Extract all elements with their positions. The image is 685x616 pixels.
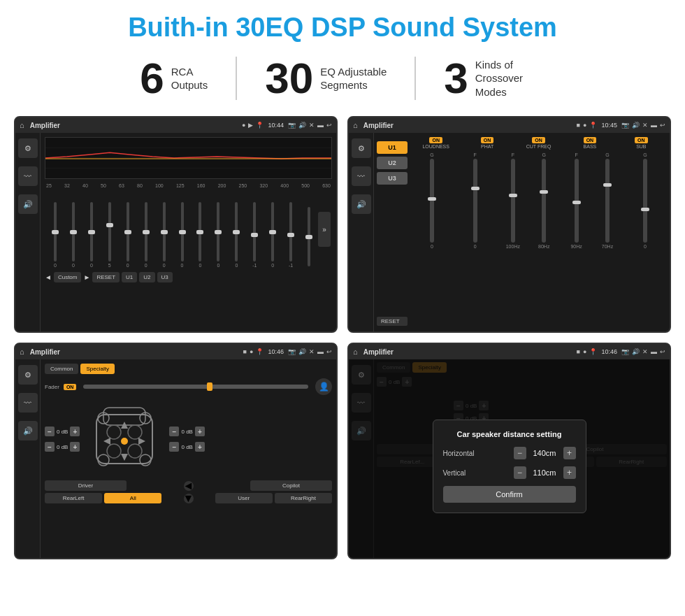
vertical-plus[interactable]: + <box>563 466 576 479</box>
next-btn[interactable]: ► <box>83 273 90 281</box>
svg-point-10 <box>107 425 121 439</box>
close-icon[interactable]: ✕ <box>309 122 315 129</box>
eq-slider-80[interactable]: 0 <box>137 202 155 268</box>
rl-plus[interactable]: + <box>70 442 80 452</box>
minimize-icon-4[interactable]: ▬ <box>651 348 657 355</box>
svg-point-12 <box>107 444 121 458</box>
eq-sidebar-btn3[interactable]: 🔊 <box>18 194 38 214</box>
close-icon-2[interactable]: ✕ <box>642 122 648 129</box>
rearright-btn[interactable]: RearRight <box>275 493 332 503</box>
u1-button[interactable]: U1 <box>377 141 408 154</box>
copilot-btn[interactable]: Copilot <box>250 480 332 491</box>
svg-marker-16 <box>121 454 128 461</box>
eq-slider-100[interactable]: 0 <box>155 202 173 268</box>
topbar-2: ⌂ Amplifier ■ ● 📍 10:45 📷 🔊 ✕ ▬ ↩ <box>349 117 670 133</box>
db-control-rl: − 0 dB + <box>45 442 80 452</box>
all-btn[interactable]: All <box>104 493 161 503</box>
svg-marker-17 <box>103 438 110 445</box>
rr-plus[interactable]: + <box>195 442 205 452</box>
eq-slider-320[interactable]: -1 <box>245 202 264 268</box>
horizontal-minus[interactable]: − <box>514 447 526 459</box>
eq-sidebar-btn2[interactable]: 〰 <box>18 166 38 186</box>
bass-on[interactable]: ON <box>584 137 597 143</box>
fr-minus[interactable]: − <box>169 427 179 436</box>
back-icon-3[interactable]: ↩ <box>326 348 332 355</box>
fader-sidebar-btn3[interactable]: 🔊 <box>18 421 38 440</box>
u3-btn[interactable]: U3 <box>157 272 173 282</box>
back-icon[interactable]: ↩ <box>326 122 332 129</box>
eq-slider-125[interactable]: 0 <box>173 202 192 268</box>
u1-btn[interactable]: U1 <box>122 272 137 282</box>
reset-btn[interactable]: RESET <box>92 272 120 282</box>
eq-slider-40[interactable]: 0 <box>82 202 101 268</box>
home-icon-3[interactable]: ⌂ <box>20 348 24 356</box>
prev-btn[interactable]: ◄ <box>45 273 52 281</box>
close-icon-4[interactable]: ✕ <box>642 348 648 355</box>
horizontal-value: 140cm <box>529 449 561 457</box>
sub-on[interactable]: ON <box>635 137 648 143</box>
horizontal-plus[interactable]: + <box>563 447 576 459</box>
rl-minus[interactable]: − <box>45 442 55 452</box>
u3-button[interactable]: U3 <box>377 172 408 185</box>
close-icon-3[interactable]: ✕ <box>309 348 315 355</box>
minimize-icon-2[interactable]: ▬ <box>651 122 657 129</box>
common-tab[interactable]: Common <box>45 364 78 374</box>
bass-label: BASS <box>584 144 597 149</box>
vertical-value: 110cm <box>529 468 561 477</box>
distance-dialog: Car speaker distance setting Horizontal … <box>433 420 586 513</box>
amp2-sidebar-btn3[interactable]: 🔊 <box>352 194 371 214</box>
record-icon-4: ■ <box>577 348 580 355</box>
u2-btn[interactable]: U2 <box>139 272 154 282</box>
eq-slider-630[interactable] <box>300 207 318 268</box>
driver-btn[interactable]: Driver <box>45 480 127 491</box>
eq-slider-160[interactable]: 0 <box>192 202 210 268</box>
topbar-time-3: 10:46 <box>268 348 284 355</box>
car-diagram <box>82 401 166 478</box>
eq-main: 2532405063 80100125160200 25032040050063… <box>41 133 336 331</box>
u2-button[interactable]: U2 <box>377 157 408 169</box>
loudness-on[interactable]: ON <box>429 137 442 143</box>
eq-sidebar-btn1[interactable]: ⚙ <box>18 138 38 158</box>
amp2-reset-btn[interactable]: RESET <box>377 317 408 326</box>
confirm-button[interactable]: Confirm <box>443 486 576 503</box>
eq-slider-250[interactable]: 0 <box>227 202 245 268</box>
specialty-tab[interactable]: Specialty <box>80 364 114 374</box>
vertical-control: − 110cm + <box>514 466 576 479</box>
fader-on-badge[interactable]: ON <box>64 384 77 390</box>
left-arrow-btn[interactable]: ◄ <box>184 481 194 491</box>
home-icon-4[interactable]: ⌂ <box>353 348 358 356</box>
topbar-time-2: 10:45 <box>601 122 617 129</box>
eq-slider-400[interactable]: 0 <box>264 202 282 268</box>
fr-plus[interactable]: + <box>195 427 205 436</box>
fader-knob[interactable]: 👤 <box>315 378 332 395</box>
fader-sidebar-btn1[interactable]: ⚙ <box>18 365 38 385</box>
eq-slider-25[interactable]: 0 <box>46 202 64 268</box>
fl-plus[interactable]: + <box>70 427 80 436</box>
vertical-minus[interactable]: − <box>514 466 526 479</box>
back-icon-4[interactable]: ↩ <box>660 348 665 355</box>
cutfreq-on[interactable]: ON <box>532 137 545 143</box>
minimize-icon-3[interactable]: ▬ <box>317 348 324 355</box>
home-icon[interactable]: ⌂ <box>20 121 24 129</box>
eq-slider-50[interactable]: 5 <box>101 202 119 268</box>
down-arrow-btn[interactable]: ▼ <box>184 494 194 503</box>
amp2-sidebar-btn1[interactable]: ⚙ <box>352 138 371 158</box>
camera-icon-4: 📷 <box>621 348 629 355</box>
eq-slider-32[interactable]: 0 <box>64 202 82 268</box>
eq-slider-500[interactable]: -1 <box>282 202 300 268</box>
home-icon-2[interactable]: ⌂ <box>353 121 358 129</box>
record-icon: ● <box>242 122 245 129</box>
user-btn[interactable]: User <box>215 493 273 503</box>
fader-sidebar-btn2[interactable]: 〰 <box>18 393 38 413</box>
eq-slider-200[interactable]: 0 <box>209 202 227 268</box>
rearleft-btn[interactable]: RearLeft <box>45 493 102 503</box>
db-control-rr: − 0 dB + <box>169 442 204 452</box>
eq-slider-63[interactable]: 0 <box>119 202 137 268</box>
fl-minus[interactable]: − <box>45 427 55 436</box>
back-icon-2[interactable]: ↩ <box>660 122 665 129</box>
amp2-sidebar-btn2[interactable]: 〰 <box>352 166 371 186</box>
rr-minus[interactable]: − <box>169 442 179 452</box>
minimize-icon[interactable]: ▬ <box>317 122 324 129</box>
phat-on[interactable]: ON <box>481 137 494 143</box>
expand-btn[interactable]: » <box>318 212 331 247</box>
